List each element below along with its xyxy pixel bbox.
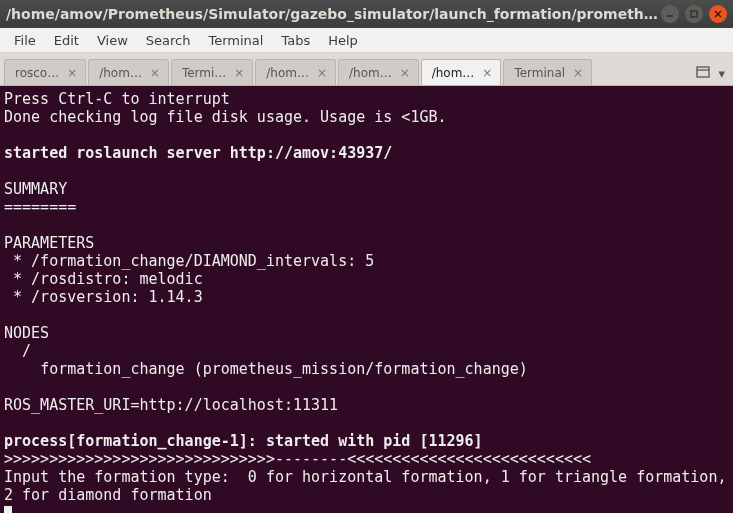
tab-label: Terminal xyxy=(514,66,565,80)
close-button[interactable] xyxy=(709,5,727,23)
terminal-line xyxy=(4,162,729,180)
menu-item-edit[interactable]: Edit xyxy=(46,31,87,50)
cursor xyxy=(4,506,12,513)
terminal-line: process[formation_change-1]: started wit… xyxy=(4,432,729,450)
close-icon[interactable]: × xyxy=(571,66,585,80)
tab-4[interactable]: /hom…× xyxy=(338,59,419,85)
close-icon[interactable]: × xyxy=(398,66,412,80)
terminal-line xyxy=(4,414,729,432)
terminal-line: >>>>>>>>>>>>>>>>>>>>>>>>>>>>>>--------<<… xyxy=(4,450,729,468)
terminal-line: * /rosdistro: melodic xyxy=(4,270,729,288)
tab-3[interactable]: /hom…× xyxy=(255,59,336,85)
tab-2[interactable]: Termi…× xyxy=(171,59,253,85)
menu-item-view[interactable]: View xyxy=(89,31,136,50)
terminal-line: ROS_MASTER_URI=http://localhost:11311 xyxy=(4,396,729,414)
terminal-line: Input the formation type: 0 for horizont… xyxy=(4,468,729,504)
tab-6[interactable]: Terminal× xyxy=(503,59,592,85)
terminal-line xyxy=(4,306,729,324)
tab-label: /hom… xyxy=(349,66,392,80)
svg-rect-4 xyxy=(697,67,709,77)
tab-label: /hom… xyxy=(266,66,309,80)
svg-rect-1 xyxy=(691,11,697,17)
terminal-line: * /formation_change/DIAMOND_intervals: 5 xyxy=(4,252,729,270)
terminal-line xyxy=(4,216,729,234)
minimize-button[interactable] xyxy=(661,5,679,23)
terminal-line: * /rosversion: 1.14.3 xyxy=(4,288,729,306)
tab-0[interactable]: rosco…× xyxy=(4,59,86,85)
tab-label: rosco… xyxy=(15,66,59,80)
terminal-line: Done checking log file disk usage. Usage… xyxy=(4,108,729,126)
terminal-line: / xyxy=(4,342,729,360)
terminal-line: formation_change (prometheus_mission/for… xyxy=(4,360,729,378)
chevron-down-icon[interactable]: ▾ xyxy=(718,66,725,81)
tabbar: rosco…×/hom…×Termi…×/hom…×/hom…×/hom…×Te… xyxy=(0,53,733,86)
tab-1[interactable]: /hom…× xyxy=(88,59,169,85)
tab-overflow-controls: ▾ xyxy=(692,65,729,85)
terminal-input-line[interactable] xyxy=(4,504,729,513)
new-tab-icon[interactable] xyxy=(696,65,712,82)
close-icon[interactable]: × xyxy=(315,66,329,80)
terminal-line: NODES xyxy=(4,324,729,342)
terminal-line: started roslaunch server http://amov:439… xyxy=(4,144,729,162)
tab-label: Termi… xyxy=(182,66,226,80)
menu-item-tabs[interactable]: Tabs xyxy=(273,31,318,50)
terminal-line: ======== xyxy=(4,198,729,216)
menu-item-search[interactable]: Search xyxy=(138,31,199,50)
tab-5[interactable]: /hom…× xyxy=(421,59,502,85)
terminal-output[interactable]: Press Ctrl-C to interruptDone checking l… xyxy=(0,86,733,513)
tab-label: /hom… xyxy=(99,66,142,80)
close-icon[interactable]: × xyxy=(480,66,494,80)
window-controls xyxy=(661,5,727,23)
terminal-line xyxy=(4,378,729,396)
terminal-line: SUMMARY xyxy=(4,180,729,198)
terminal-line xyxy=(4,126,729,144)
menu-item-file[interactable]: File xyxy=(6,31,44,50)
titlebar: /home/amov/Prometheus/Simulator/gazebo_s… xyxy=(0,0,733,28)
close-icon[interactable]: × xyxy=(65,66,79,80)
close-icon[interactable]: × xyxy=(232,66,246,80)
terminal-line: PARAMETERS xyxy=(4,234,729,252)
window-title: /home/amov/Prometheus/Simulator/gazebo_s… xyxy=(6,6,661,22)
menubar: FileEditViewSearchTerminalTabsHelp xyxy=(0,28,733,53)
menu-item-help[interactable]: Help xyxy=(320,31,366,50)
tab-label: /hom… xyxy=(432,66,475,80)
terminal-line: Press Ctrl-C to interrupt xyxy=(4,90,729,108)
menu-item-terminal[interactable]: Terminal xyxy=(200,31,271,50)
close-icon[interactable]: × xyxy=(148,66,162,80)
maximize-button[interactable] xyxy=(685,5,703,23)
